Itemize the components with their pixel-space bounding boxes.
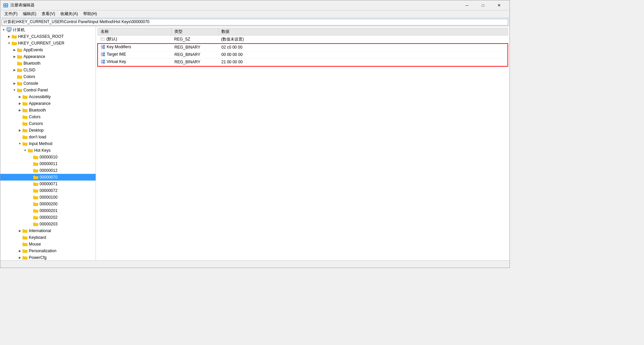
tree-item-k070[interactable]: 00000070 [0, 174, 96, 181]
tree-item-inputmethod[interactable]: Input Method [0, 140, 96, 147]
tree-item-appearance2[interactable]: Appearance [0, 100, 96, 107]
folder-icon-k071 [33, 182, 39, 186]
tree-toggle-clsid[interactable] [12, 67, 17, 73]
main-area: 计算机 HKEY_CLASSES_ROOT HKEY_CURRENT_USER … [0, 26, 509, 260]
folder-icon-hkcu [12, 41, 17, 46]
table-row[interactable]: 01 10 Target IME REG_BINARY 00 00 00 00 [98, 51, 507, 58]
tree-label-hkcr: HKEY_CLASSES_ROOT [18, 34, 64, 39]
tree-toggle-appearance[interactable] [12, 54, 17, 59]
tree-item-desktop[interactable]: Desktop [0, 127, 96, 134]
tree-item-appevents[interactable]: AppEvents [0, 47, 96, 53]
tree-item-mouse[interactable]: Mouse [0, 241, 96, 248]
tree-toggle-bluetooth2[interactable] [17, 108, 22, 113]
tree-item-bluetooth[interactable]: Bluetooth [0, 60, 96, 67]
tree-toggle-personalization[interactable] [17, 248, 22, 254]
maximize-button[interactable]: □ [475, 0, 491, 10]
menu-file[interactable]: 文件(F) [2, 10, 20, 17]
tree-item-colors2[interactable]: Colors [0, 114, 96, 120]
reg-icon-binary: 01 10 Key Modifiers [101, 45, 131, 49]
reg-data: 00 00 00 00 [219, 51, 507, 58]
tree-label-hkcu: HKEY_CURRENT_USER [18, 41, 64, 46]
folder-icon-k203 [33, 222, 39, 226]
tree-toggle-hotkeys[interactable] [22, 148, 28, 153]
tree-item-personalization[interactable]: Personalization [0, 248, 96, 254]
tree-toggle-hkcr[interactable] [6, 34, 12, 39]
tree-item-accessibility[interactable]: Accessibility [0, 93, 96, 100]
tree-toggle-inputmethod[interactable] [17, 141, 22, 146]
menu-edit[interactable]: 编辑(E) [20, 10, 39, 17]
folder-icon-dontload [22, 135, 28, 139]
tree-item-k012[interactable]: 00000012 [0, 167, 96, 174]
tree-item-powercfg[interactable]: PowerCfg [0, 254, 96, 260]
folder-icon-bluetooth2 [22, 108, 28, 113]
tree-label-k070: 00000070 [40, 175, 57, 180]
tree-item-clsid[interactable]: CLSID [0, 67, 96, 73]
tree-item-k011[interactable]: 00000011 [0, 160, 96, 167]
menu-view[interactable]: 查看(V) [39, 10, 58, 17]
tree-item-console[interactable]: Console [0, 80, 96, 87]
col-header-type[interactable]: 类型 [171, 28, 218, 36]
svg-rect-32 [22, 109, 24, 110]
status-bar [0, 260, 509, 268]
tree-item-k071[interactable]: 00000071 [0, 181, 96, 187]
tree-toggle-computer[interactable] [1, 27, 6, 32]
tree-toggle-accessibility[interactable] [17, 94, 22, 99]
svg-rect-38 [22, 129, 24, 130]
tree-item-keyboard[interactable]: Keyboard [0, 234, 96, 241]
tree-toggle-desktop[interactable] [17, 128, 22, 133]
tree-toggle-appevents[interactable] [12, 47, 17, 53]
address-input[interactable] [2, 19, 508, 25]
tree-item-controlpanel[interactable]: Control Panel [0, 87, 96, 93]
menu-favorites[interactable]: 收藏夹(A) [58, 10, 80, 17]
tree-label-k072: 00000072 [40, 188, 57, 193]
tree-toggle-console[interactable] [12, 81, 17, 86]
tree-item-k200[interactable]: 00000200 [0, 201, 96, 207]
svg-rect-56 [33, 189, 35, 190]
table-row[interactable]: (默认) REG_SZ (数值未设置) [98, 36, 508, 44]
tree-toggle-powercfg[interactable] [17, 255, 22, 260]
tree-item-computer[interactable]: 计算机 [0, 26, 96, 33]
svg-rect-26 [17, 88, 19, 90]
tree-toggle-controlpanel[interactable] [12, 87, 17, 93]
tree-toggle-hkcu[interactable] [6, 41, 12, 46]
svg-rect-108 [103, 52, 105, 54]
tree-item-hkcu[interactable]: HKEY_CURRENT_USER [0, 40, 96, 47]
tree-label-personalization: Personalization [29, 249, 56, 253]
tree-item-k203[interactable]: 00000203 [0, 221, 96, 227]
col-header-name[interactable]: 名称 [98, 28, 171, 36]
table-row[interactable]: 01 10 Key Modifiers REG_BINARY 02 c0 00 … [98, 44, 507, 51]
tree-panel[interactable]: 计算机 HKEY_CLASSES_ROOT HKEY_CURRENT_USER … [0, 26, 96, 260]
registry-editor-window: 注册表编辑器 ─ □ ✕ 文件(F) 编辑(E) 查看(V) 收藏夹(A) 帮助… [0, 0, 510, 268]
svg-rect-4 [6, 6, 7, 7]
svg-text:10: 10 [101, 62, 103, 63]
folder-icon-k100 [33, 195, 39, 200]
tree-label-keyboard: Keyboard [29, 235, 46, 240]
tree-item-hotkeys[interactable]: Hot Keys [0, 147, 96, 154]
tree-item-k072[interactable]: 00000072 [0, 187, 96, 194]
tree-item-k202[interactable]: 00000202 [0, 214, 96, 221]
tree-toggle-appearance2[interactable] [17, 101, 22, 106]
col-header-data[interactable]: 数据 [218, 28, 508, 36]
reg-icon-binary: 01 10 Target IME [101, 52, 126, 57]
table-row[interactable]: 01 10 Virtual Key REG_BINARY 21 00 00 00 [98, 58, 507, 66]
tree-item-colors[interactable]: Colors [0, 73, 96, 80]
tree-toggle-international[interactable] [17, 228, 22, 233]
tree-item-appearance[interactable]: Appearance [0, 53, 96, 60]
svg-rect-22 [17, 75, 19, 76]
menu-help[interactable]: 帮助(H) [80, 10, 100, 17]
right-panel: 名称 类型 数据 (默认) REG_SZ (数值未设置) [96, 26, 509, 260]
minimize-button[interactable]: ─ [459, 0, 475, 10]
tree-item-k201[interactable]: 00000201 [0, 207, 96, 214]
tree-label-controlpanel: Control Panel [23, 88, 48, 92]
tree-item-dontload[interactable]: don't load [0, 134, 96, 140]
folder-icon-mouse [22, 242, 28, 247]
tree-item-hkcr[interactable]: HKEY_CLASSES_ROOT [0, 33, 96, 40]
tree-item-bluetooth2[interactable]: Bluetooth [0, 107, 96, 114]
svg-rect-114 [103, 62, 105, 63]
tree-item-cursors[interactable]: Cursors [0, 120, 96, 127]
close-button[interactable]: ✕ [491, 0, 507, 10]
svg-rect-0 [3, 3, 8, 7]
tree-item-international[interactable]: International [0, 227, 96, 234]
tree-item-k010[interactable]: 00000010 [0, 154, 96, 160]
tree-item-k100[interactable]: 00000100 [0, 194, 96, 201]
